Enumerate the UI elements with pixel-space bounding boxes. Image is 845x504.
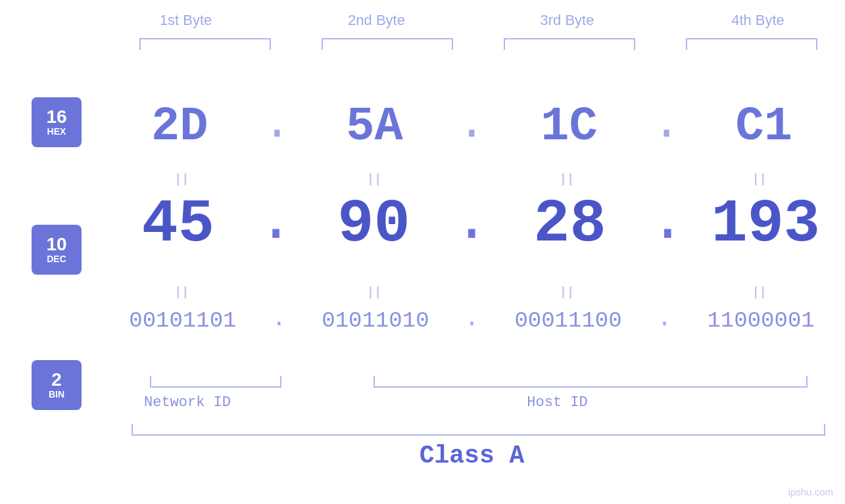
- hex-row: 2D . 5A . 1C . C1: [102, 97, 842, 156]
- byte4-header: 4th Byte: [686, 12, 831, 29]
- bin-base-num: 2: [51, 371, 62, 389]
- eq2-b1: II: [110, 283, 255, 303]
- bottom-brackets: [132, 376, 825, 388]
- bin-b2: 01011010: [303, 308, 448, 333]
- eq2-b2: II: [303, 283, 448, 303]
- byte3-header: 3rd Byte: [495, 12, 640, 29]
- class-bracket: [132, 424, 825, 436]
- bracket-byte4: [686, 38, 817, 50]
- dec-b1: 45: [106, 190, 251, 259]
- bin-b1: 00101101: [110, 308, 255, 333]
- bracket-bottom-byte1: [150, 376, 281, 388]
- dec-row: 45 . 90 . 28 . 193: [102, 187, 842, 262]
- dec-base-num: 10: [46, 235, 66, 254]
- dec-dot3: .: [650, 187, 686, 262]
- dec-b2: 90: [302, 190, 447, 259]
- hex-b1: 2D: [107, 100, 252, 154]
- bin-b3: 00011100: [496, 308, 640, 333]
- page-content: 1st Byte 2nd Byte 3rd Byte 4th Byte 16 H…: [0, 0, 845, 504]
- bin-dot1: .: [272, 306, 287, 335]
- brand-label: ipshu.com: [788, 486, 833, 497]
- bracket-bottom-byte4: [676, 376, 808, 388]
- hex-b3: 1C: [497, 100, 642, 154]
- bin-row: 00101101 . 01011010 . 00011100 . 1100000…: [102, 306, 842, 335]
- byte-headers-row: 1st Byte 2nd Byte 3rd Byte 4th Byte: [105, 12, 838, 29]
- bracket-bottom-byte3: [525, 376, 656, 388]
- bracket-bottom-dot3: [656, 376, 676, 388]
- eq2-row: II II II II: [102, 283, 842, 303]
- hex-badge: 16 HEX: [32, 97, 82, 147]
- dec-badge: 10 DEC: [32, 225, 82, 275]
- hex-base-num: 16: [46, 108, 66, 126]
- segment-labels-row: Network ID Host ID: [102, 394, 842, 411]
- byte1-header: 1st Byte: [114, 12, 258, 29]
- byte2-header: 2nd Byte: [304, 12, 449, 29]
- bin-dot3: .: [658, 306, 672, 335]
- bin-b4: 11000001: [688, 308, 833, 333]
- host-id-label: Host ID: [273, 394, 842, 411]
- network-id-label: Network ID: [102, 394, 273, 411]
- dec-dot1: .: [258, 187, 294, 262]
- eq2-b3: II: [496, 283, 640, 303]
- dec-base-name: DEC: [47, 254, 66, 264]
- hex-dot2: .: [458, 97, 486, 156]
- bracket-byte3: [504, 38, 635, 50]
- bracket-byte2: [322, 38, 453, 50]
- host-bracket: [374, 376, 808, 388]
- class-label: Class A: [102, 442, 842, 470]
- hex-dot1: .: [263, 97, 291, 156]
- bracket-byte1: [139, 38, 271, 50]
- hex-b2: 5A: [302, 100, 447, 154]
- hex-b4: C1: [692, 100, 836, 154]
- bin-dot2: .: [465, 306, 479, 335]
- bracket-bottom-dot2: [505, 376, 525, 388]
- base-badges: 16 HEX 10 DEC 2 BIN: [32, 97, 82, 410]
- top-brackets: [132, 38, 825, 50]
- hex-base-name: HEX: [47, 126, 66, 137]
- dec-b3: 28: [497, 190, 642, 259]
- bin-badge: 2 BIN: [32, 360, 82, 410]
- eq2-b4: II: [688, 283, 833, 303]
- bracket-bottom-byte2: [374, 376, 505, 388]
- bin-base-name: BIN: [49, 389, 64, 400]
- dec-dot2: .: [454, 187, 490, 262]
- dec-b4: 193: [693, 190, 838, 259]
- hex-dot3: .: [652, 97, 681, 156]
